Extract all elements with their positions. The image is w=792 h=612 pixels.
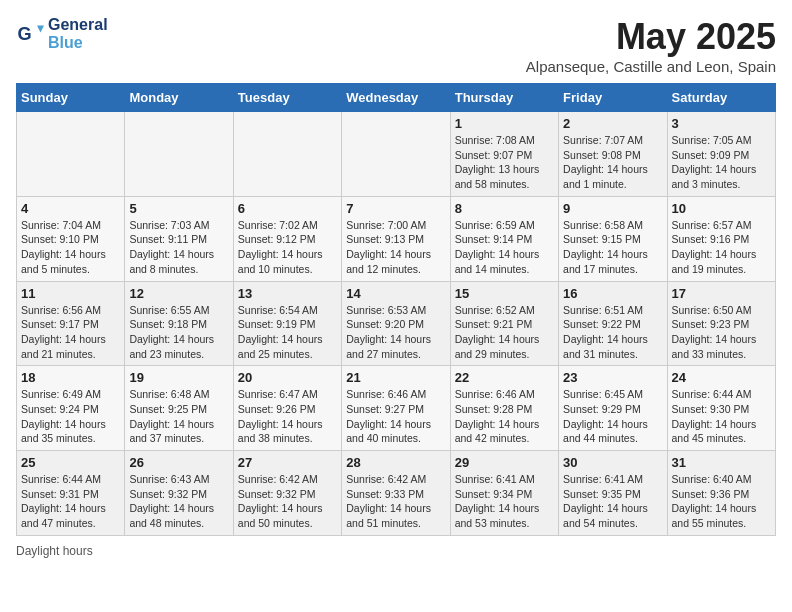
day-number: 23 — [563, 370, 662, 385]
day-info: Sunrise: 6:46 AM Sunset: 9:27 PM Dayligh… — [346, 387, 445, 446]
calendar-day-cell: 2Sunrise: 7:07 AM Sunset: 9:08 PM Daylig… — [559, 112, 667, 197]
day-info: Sunrise: 6:55 AM Sunset: 9:18 PM Dayligh… — [129, 303, 228, 362]
calendar-day-cell: 3Sunrise: 7:05 AM Sunset: 9:09 PM Daylig… — [667, 112, 775, 197]
day-info: Sunrise: 6:51 AM Sunset: 9:22 PM Dayligh… — [563, 303, 662, 362]
day-info: Sunrise: 6:41 AM Sunset: 9:35 PM Dayligh… — [563, 472, 662, 531]
weekday-header-wednesday: Wednesday — [342, 84, 450, 112]
day-number: 2 — [563, 116, 662, 131]
day-info: Sunrise: 6:42 AM Sunset: 9:32 PM Dayligh… — [238, 472, 337, 531]
calendar-day-cell: 12Sunrise: 6:55 AM Sunset: 9:18 PM Dayli… — [125, 281, 233, 366]
day-info: Sunrise: 7:08 AM Sunset: 9:07 PM Dayligh… — [455, 133, 554, 192]
day-info: Sunrise: 7:03 AM Sunset: 9:11 PM Dayligh… — [129, 218, 228, 277]
calendar-day-cell: 22Sunrise: 6:46 AM Sunset: 9:28 PM Dayli… — [450, 366, 558, 451]
calendar-day-cell: 27Sunrise: 6:42 AM Sunset: 9:32 PM Dayli… — [233, 451, 341, 536]
logo-text: General Blue — [48, 16, 108, 52]
day-number: 24 — [672, 370, 771, 385]
calendar-day-cell: 16Sunrise: 6:51 AM Sunset: 9:22 PM Dayli… — [559, 281, 667, 366]
day-number: 5 — [129, 201, 228, 216]
calendar-day-cell: 30Sunrise: 6:41 AM Sunset: 9:35 PM Dayli… — [559, 451, 667, 536]
day-number: 12 — [129, 286, 228, 301]
calendar-week-row: 18Sunrise: 6:49 AM Sunset: 9:24 PM Dayli… — [17, 366, 776, 451]
calendar-day-cell: 20Sunrise: 6:47 AM Sunset: 9:26 PM Dayli… — [233, 366, 341, 451]
day-info: Sunrise: 6:45 AM Sunset: 9:29 PM Dayligh… — [563, 387, 662, 446]
day-number: 6 — [238, 201, 337, 216]
day-info: Sunrise: 6:48 AM Sunset: 9:25 PM Dayligh… — [129, 387, 228, 446]
footer-note: Daylight hours — [16, 544, 776, 558]
weekday-header-sunday: Sunday — [17, 84, 125, 112]
calendar-day-cell: 13Sunrise: 6:54 AM Sunset: 9:19 PM Dayli… — [233, 281, 341, 366]
calendar-day-cell: 17Sunrise: 6:50 AM Sunset: 9:23 PM Dayli… — [667, 281, 775, 366]
calendar-day-cell: 14Sunrise: 6:53 AM Sunset: 9:20 PM Dayli… — [342, 281, 450, 366]
calendar-week-row: 25Sunrise: 6:44 AM Sunset: 9:31 PM Dayli… — [17, 451, 776, 536]
day-number: 25 — [21, 455, 120, 470]
day-info: Sunrise: 7:04 AM Sunset: 9:10 PM Dayligh… — [21, 218, 120, 277]
day-info: Sunrise: 6:49 AM Sunset: 9:24 PM Dayligh… — [21, 387, 120, 446]
calendar-week-row: 11Sunrise: 6:56 AM Sunset: 9:17 PM Dayli… — [17, 281, 776, 366]
calendar-day-cell: 21Sunrise: 6:46 AM Sunset: 9:27 PM Dayli… — [342, 366, 450, 451]
day-info: Sunrise: 7:02 AM Sunset: 9:12 PM Dayligh… — [238, 218, 337, 277]
day-number: 29 — [455, 455, 554, 470]
day-info: Sunrise: 7:05 AM Sunset: 9:09 PM Dayligh… — [672, 133, 771, 192]
day-info: Sunrise: 6:40 AM Sunset: 9:36 PM Dayligh… — [672, 472, 771, 531]
day-number: 11 — [21, 286, 120, 301]
location: Alpanseque, Castille and Leon, Spain — [526, 58, 776, 75]
day-number: 22 — [455, 370, 554, 385]
day-number: 8 — [455, 201, 554, 216]
calendar-day-cell: 24Sunrise: 6:44 AM Sunset: 9:30 PM Dayli… — [667, 366, 775, 451]
day-info: Sunrise: 6:59 AM Sunset: 9:14 PM Dayligh… — [455, 218, 554, 277]
logo-icon: G — [16, 20, 44, 48]
calendar-day-cell: 10Sunrise: 6:57 AM Sunset: 9:16 PM Dayli… — [667, 196, 775, 281]
day-info: Sunrise: 7:00 AM Sunset: 9:13 PM Dayligh… — [346, 218, 445, 277]
day-info: Sunrise: 6:50 AM Sunset: 9:23 PM Dayligh… — [672, 303, 771, 362]
weekday-header-saturday: Saturday — [667, 84, 775, 112]
day-number: 20 — [238, 370, 337, 385]
calendar-day-cell: 6Sunrise: 7:02 AM Sunset: 9:12 PM Daylig… — [233, 196, 341, 281]
day-number: 9 — [563, 201, 662, 216]
day-number: 3 — [672, 116, 771, 131]
day-info: Sunrise: 7:07 AM Sunset: 9:08 PM Dayligh… — [563, 133, 662, 192]
calendar-day-cell — [342, 112, 450, 197]
calendar-day-cell: 9Sunrise: 6:58 AM Sunset: 9:15 PM Daylig… — [559, 196, 667, 281]
day-number: 7 — [346, 201, 445, 216]
day-info: Sunrise: 6:41 AM Sunset: 9:34 PM Dayligh… — [455, 472, 554, 531]
calendar-day-cell: 15Sunrise: 6:52 AM Sunset: 9:21 PM Dayli… — [450, 281, 558, 366]
calendar-day-cell — [17, 112, 125, 197]
day-number: 19 — [129, 370, 228, 385]
logo: G General Blue — [16, 16, 108, 52]
svg-marker-1 — [37, 26, 44, 33]
weekday-header-thursday: Thursday — [450, 84, 558, 112]
calendar-day-cell: 1Sunrise: 7:08 AM Sunset: 9:07 PM Daylig… — [450, 112, 558, 197]
day-number: 13 — [238, 286, 337, 301]
day-info: Sunrise: 6:57 AM Sunset: 9:16 PM Dayligh… — [672, 218, 771, 277]
day-info: Sunrise: 6:53 AM Sunset: 9:20 PM Dayligh… — [346, 303, 445, 362]
day-number: 16 — [563, 286, 662, 301]
title-area: May 2025 Alpanseque, Castille and Leon, … — [526, 16, 776, 75]
day-number: 26 — [129, 455, 228, 470]
weekday-header-friday: Friday — [559, 84, 667, 112]
day-number: 15 — [455, 286, 554, 301]
calendar-day-cell: 19Sunrise: 6:48 AM Sunset: 9:25 PM Dayli… — [125, 366, 233, 451]
day-number: 14 — [346, 286, 445, 301]
month-title: May 2025 — [526, 16, 776, 58]
weekday-header-row: SundayMondayTuesdayWednesdayThursdayFrid… — [17, 84, 776, 112]
calendar-day-cell: 26Sunrise: 6:43 AM Sunset: 9:32 PM Dayli… — [125, 451, 233, 536]
calendar-day-cell — [233, 112, 341, 197]
calendar-day-cell: 7Sunrise: 7:00 AM Sunset: 9:13 PM Daylig… — [342, 196, 450, 281]
weekday-header-monday: Monday — [125, 84, 233, 112]
day-info: Sunrise: 6:47 AM Sunset: 9:26 PM Dayligh… — [238, 387, 337, 446]
calendar-day-cell: 29Sunrise: 6:41 AM Sunset: 9:34 PM Dayli… — [450, 451, 558, 536]
calendar-day-cell: 4Sunrise: 7:04 AM Sunset: 9:10 PM Daylig… — [17, 196, 125, 281]
day-info: Sunrise: 6:43 AM Sunset: 9:32 PM Dayligh… — [129, 472, 228, 531]
day-number: 30 — [563, 455, 662, 470]
day-number: 28 — [346, 455, 445, 470]
day-number: 10 — [672, 201, 771, 216]
svg-text:G: G — [17, 24, 31, 44]
weekday-header-tuesday: Tuesday — [233, 84, 341, 112]
day-number: 17 — [672, 286, 771, 301]
calendar-day-cell: 18Sunrise: 6:49 AM Sunset: 9:24 PM Dayli… — [17, 366, 125, 451]
day-number: 4 — [21, 201, 120, 216]
day-number: 31 — [672, 455, 771, 470]
day-info: Sunrise: 6:52 AM Sunset: 9:21 PM Dayligh… — [455, 303, 554, 362]
day-number: 1 — [455, 116, 554, 131]
calendar-day-cell: 11Sunrise: 6:56 AM Sunset: 9:17 PM Dayli… — [17, 281, 125, 366]
